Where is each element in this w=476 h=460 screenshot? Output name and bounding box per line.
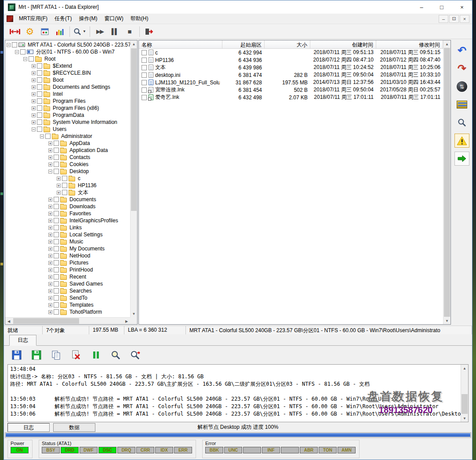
tree-checkbox[interactable] — [54, 246, 59, 251]
expand-icon[interactable]: + — [32, 113, 36, 117]
tree-item-label[interactable]: Templates — [69, 302, 94, 308]
tree-hscroll-thumb[interactable] — [13, 318, 79, 324]
tree-checkbox[interactable] — [54, 204, 59, 209]
tree-item-label[interactable]: Administrator — [60, 133, 93, 139]
tree-item[interactable]: +Boot — [7, 76, 130, 83]
file-name[interactable]: desktop.ini — [155, 72, 180, 78]
tree-item-label[interactable]: IntelGraphicsProfiles — [69, 217, 119, 224]
expand-icon[interactable]: + — [48, 254, 52, 258]
tree-checkbox[interactable] — [37, 84, 42, 90]
tree-checkbox[interactable] — [12, 42, 17, 47]
exit-button[interactable] — [142, 25, 157, 38]
column-header[interactable]: 名称 — [139, 40, 222, 48]
expand-icon[interactable]: + — [57, 184, 61, 188]
tree-item[interactable]: +Program Files (x86) — [7, 105, 130, 112]
expand-icon[interactable]: + — [57, 177, 61, 181]
tree-checkbox[interactable] — [37, 91, 42, 97]
tree-checkbox[interactable] — [37, 70, 42, 76]
scan-dropdown-button[interactable]: ▼ — [72, 25, 87, 38]
tab-log[interactable]: 日志 — [7, 423, 50, 432]
expand-icon[interactable]: + — [48, 247, 52, 251]
collapse-icon[interactable]: − — [23, 57, 27, 61]
mdi-restore-button[interactable]: ⊡ — [449, 15, 459, 23]
file-row[interactable]: 文本6 439 9862018/07/11 周三 10:24:522018/07… — [139, 64, 443, 71]
scroll-down-icon[interactable]: ▼ — [131, 310, 137, 317]
column-header[interactable]: 起始扇区 — [222, 40, 265, 48]
tree-item[interactable]: −MRT ATA1 - Colorful SL500 240GB - 223.5… — [7, 41, 130, 48]
tree-checkbox[interactable] — [54, 218, 59, 223]
collapse-icon[interactable]: − — [40, 134, 44, 138]
tree-checkbox[interactable] — [54, 260, 59, 265]
expand-icon[interactable]: + — [32, 71, 36, 75]
settings-button[interactable]: ⚙ — [22, 25, 37, 38]
expand-icon[interactable]: + — [48, 240, 52, 244]
expand-icon[interactable]: + — [32, 99, 36, 103]
tree-item[interactable]: +PrintHood — [7, 266, 130, 273]
tree-checkbox[interactable] — [54, 232, 59, 237]
tree-item[interactable]: −Users — [7, 126, 130, 133]
expand-icon[interactable]: + — [48, 310, 52, 314]
tree-item-label[interactable]: Cookies — [69, 161, 89, 167]
tree-item[interactable]: +Downloads — [7, 203, 130, 210]
tree-checkbox[interactable] — [54, 295, 59, 301]
tree-item[interactable]: +Documents and Settings — [7, 83, 130, 91]
expand-icon[interactable]: + — [32, 78, 36, 82]
tree-checkbox[interactable] — [37, 105, 42, 111]
tree-item-label[interactable]: 分区01 - NTFS - 60.00 GB - Win7 — [35, 48, 116, 56]
filelist-scroll-thumb[interactable] — [444, 48, 450, 317]
column-header[interactable]: 创建时间 — [310, 40, 376, 48]
pause-button[interactable]: ▌▌ — [107, 25, 122, 38]
tree-item[interactable]: +Intel — [7, 91, 130, 98]
tab-log-header[interactable]: 日志 — [9, 335, 36, 346]
tree-item[interactable]: +TohotPlatform — [7, 308, 130, 315]
log-scroll-thumb[interactable] — [461, 394, 468, 414]
stop-button[interactable]: ■ — [122, 25, 137, 38]
run-button[interactable]: ▶▶ — [92, 25, 107, 38]
file-checkbox[interactable] — [142, 72, 147, 78]
tree-item[interactable]: +$RECYCLE.BIN — [7, 69, 130, 76]
collapse-icon[interactable]: − — [7, 43, 11, 47]
expand-icon[interactable]: + — [48, 282, 52, 286]
tree-item-label[interactable]: Music — [69, 239, 84, 245]
file-name[interactable]: 文本 — [155, 64, 166, 71]
seek-test-button[interactable] — [7, 25, 22, 38]
file-checkbox[interactable] — [142, 65, 147, 70]
tree-item-label[interactable]: Documents — [69, 196, 97, 203]
file-checkbox[interactable] — [142, 58, 147, 63]
file-name[interactable]: HP1136 — [155, 57, 174, 63]
chart-button[interactable] — [52, 25, 67, 38]
tree-item-label[interactable]: Links — [69, 225, 83, 231]
expand-icon[interactable]: + — [48, 141, 52, 145]
tree-item-label[interactable]: Intel — [52, 91, 64, 97]
tree-item-label[interactable]: Favorites — [69, 210, 92, 217]
go-next-button[interactable] — [454, 152, 469, 166]
tree-item-label[interactable]: Searches — [69, 288, 93, 294]
tree-item[interactable]: +SendTo — [7, 294, 130, 301]
save-log-button[interactable] — [10, 348, 23, 362]
clear-log-button[interactable] — [69, 348, 83, 362]
tree-item[interactable]: +文本 — [7, 189, 130, 196]
collapse-icon[interactable]: − — [32, 127, 36, 131]
expand-icon[interactable]: + — [48, 261, 52, 265]
column-header[interactable]: 大小 — [265, 40, 310, 48]
file-checkbox[interactable] — [142, 80, 147, 85]
expand-icon[interactable]: + — [48, 156, 52, 159]
tree-item[interactable]: +Program Files — [7, 98, 130, 105]
tree-item-label[interactable]: c — [77, 175, 81, 181]
navigate-button[interactable]: ⇅ — [454, 80, 469, 94]
file-checkbox[interactable] — [142, 50, 147, 55]
tree-checkbox[interactable] — [54, 169, 59, 174]
find-log-button[interactable] — [109, 348, 122, 362]
tree-checkbox[interactable] — [45, 134, 51, 139]
tree-item[interactable]: +Cookies — [7, 161, 130, 168]
expand-icon[interactable]: + — [48, 205, 52, 209]
copy-log-button[interactable] — [50, 348, 63, 362]
tree-checkbox[interactable] — [62, 183, 67, 188]
tree-checkbox[interactable] — [37, 120, 42, 125]
tree-item-label[interactable]: TohotPlatform — [69, 309, 103, 315]
tree-item[interactable]: +Pictures — [7, 259, 130, 266]
tree-checkbox[interactable] — [54, 225, 59, 230]
tree-item-label[interactable]: System Volume Information — [52, 119, 118, 125]
pause-log-button[interactable] — [89, 348, 102, 362]
tree-item[interactable]: +NetHood — [7, 252, 130, 259]
